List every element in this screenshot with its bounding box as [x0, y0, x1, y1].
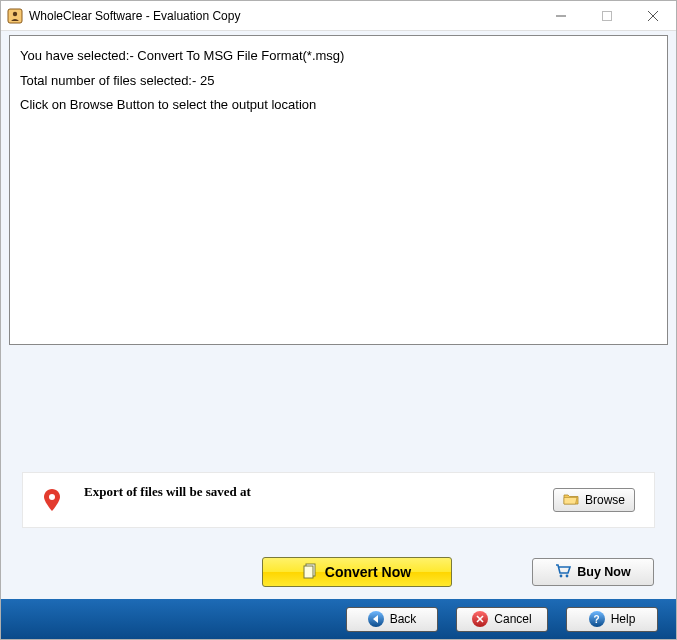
cancel-label: Cancel	[494, 612, 531, 626]
folder-icon	[563, 493, 579, 508]
client-area: You have selected:- Convert To MSG File …	[1, 31, 676, 639]
svg-rect-8	[304, 566, 313, 578]
buy-now-button[interactable]: Buy Now	[532, 558, 654, 586]
close-button[interactable]	[630, 1, 676, 31]
footer-bar: Back Cancel ? Help	[1, 599, 676, 639]
svg-point-9	[560, 574, 563, 577]
info-line-count: Total number of files selected:- 25	[20, 69, 657, 94]
info-line-instruction: Click on Browse Button to select the out…	[20, 93, 657, 118]
export-row: Export of files will be saved at Browse	[23, 473, 654, 527]
back-button[interactable]: Back	[346, 607, 438, 632]
maximize-button[interactable]	[584, 1, 630, 31]
titlebar: WholeClear Software - Evaluation Copy	[1, 1, 676, 31]
location-pin-icon	[42, 488, 62, 512]
help-question-icon: ?	[589, 611, 605, 627]
minimize-button[interactable]	[538, 1, 584, 31]
browse-label: Browse	[585, 493, 625, 507]
cancel-x-icon	[472, 611, 488, 627]
back-label: Back	[390, 612, 417, 626]
cart-icon	[555, 564, 571, 581]
cancel-button[interactable]: Cancel	[456, 607, 548, 632]
back-arrow-icon	[368, 611, 384, 627]
export-label: Export of files will be saved at	[84, 474, 553, 500]
info-panel: You have selected:- Convert To MSG File …	[9, 35, 668, 345]
help-label: Help	[611, 612, 636, 626]
help-button[interactable]: ? Help	[566, 607, 658, 632]
convert-icon	[303, 563, 319, 582]
spacer	[1, 353, 676, 467]
buy-label: Buy Now	[577, 565, 630, 579]
info-line-selected: You have selected:- Convert To MSG File …	[20, 44, 657, 69]
svg-point-6	[49, 494, 55, 500]
convert-label: Convert Now	[325, 564, 411, 580]
app-window: WholeClear Software - Evaluation Copy Yo…	[0, 0, 677, 640]
browse-button[interactable]: Browse	[553, 488, 635, 512]
svg-point-10	[566, 574, 569, 577]
svg-rect-3	[603, 11, 612, 20]
convert-now-button[interactable]: Convert Now	[262, 557, 452, 587]
app-icon	[7, 8, 23, 24]
window-title: WholeClear Software - Evaluation Copy	[29, 9, 538, 23]
action-row: Convert Now Buy Now	[1, 557, 676, 599]
svg-point-1	[13, 11, 17, 15]
